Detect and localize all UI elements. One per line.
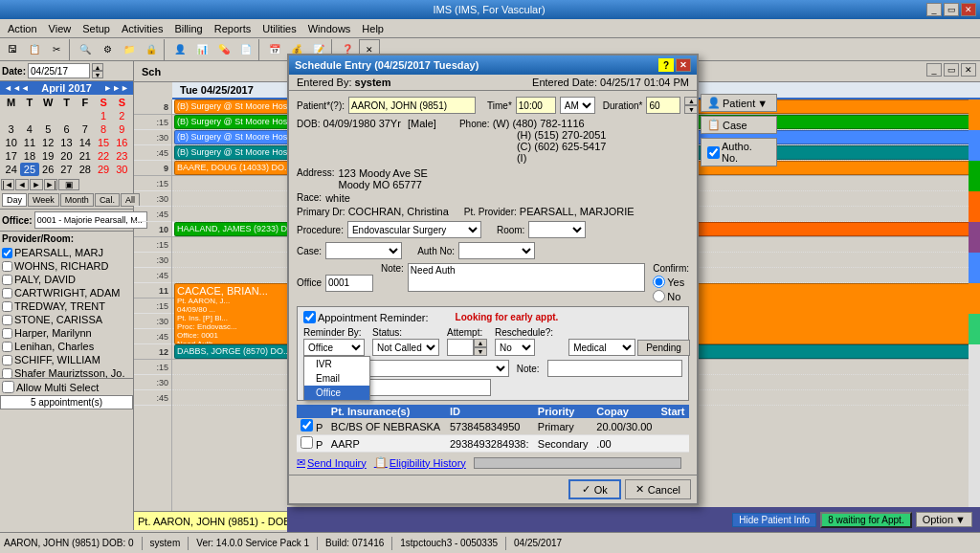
nav-next[interactable]: ►: [30, 179, 43, 190]
provider-wohns-check[interactable]: [2, 261, 12, 272]
attempt-spin-up[interactable]: ▲: [474, 339, 487, 347]
cal-day[interactable]: 20: [57, 149, 76, 163]
procedure-select[interactable]: Endovascular Surgery: [347, 221, 481, 238]
view-cal-btn[interactable]: Cal.: [95, 193, 120, 207]
confirm-yes-label[interactable]: Yes: [653, 276, 689, 288]
toolbar-btn-10[interactable]: 💊: [213, 39, 234, 60]
provider-tredway[interactable]: TREDWAY, TRENT: [2, 299, 131, 313]
menu-action[interactable]: Action: [2, 21, 43, 36]
cal-day[interactable]: 17: [2, 149, 20, 163]
menu-reports[interactable]: Reports: [209, 21, 257, 36]
toolbar-btn-7[interactable]: 🔒: [141, 39, 162, 60]
cal-day[interactable]: 8: [94, 122, 112, 136]
cal-next-year[interactable]: ►►: [112, 83, 129, 93]
horizontal-scrollbar[interactable]: [474, 457, 681, 469]
reminder-checkbox[interactable]: [303, 311, 316, 323]
allow-multi-check[interactable]: [2, 381, 14, 393]
hide-patient-btn[interactable]: Hide Patient Info: [732, 513, 816, 527]
cal-day[interactable]: [57, 109, 76, 122]
provider-harper-check[interactable]: [2, 328, 12, 339]
duration-spin-down[interactable]: ▼: [684, 105, 698, 114]
patient-btn[interactable]: 👤 Patient ▼: [701, 94, 777, 112]
provider-pearsall-check[interactable]: [2, 248, 12, 258]
view-month-btn[interactable]: Month: [60, 193, 94, 207]
status-select[interactable]: Not Called: [372, 339, 439, 356]
dropdown-office[interactable]: Office: [304, 386, 369, 400]
sched-restore[interactable]: ▭: [944, 63, 959, 77]
toolbar-btn-6[interactable]: 📁: [119, 39, 140, 60]
date-spin-up[interactable]: ▲: [92, 63, 103, 71]
menu-setup[interactable]: Setup: [77, 21, 116, 36]
cal-day[interactable]: 15: [94, 136, 112, 149]
nav-last[interactable]: ►|: [44, 179, 57, 190]
menu-utilities[interactable]: Utilities: [256, 21, 301, 36]
provider-harper[interactable]: Harper, Marilynn: [2, 326, 131, 340]
cal-day[interactable]: 9: [113, 122, 131, 136]
note-textarea[interactable]: Need Auth: [408, 263, 645, 292]
provider-schiff-check[interactable]: [2, 355, 12, 365]
toolbar-btn-8[interactable]: 👤: [169, 39, 190, 60]
duration-input[interactable]: [646, 97, 680, 114]
toolbar-btn-4[interactable]: 🔍: [75, 39, 96, 60]
cal-day[interactable]: 16: [113, 136, 131, 149]
duration-spin-up[interactable]: ▲: [684, 97, 698, 105]
ref-dr-input[interactable]: [357, 379, 491, 396]
insurance-select[interactable]: [356, 360, 509, 377]
ins-row1-check[interactable]: [301, 419, 313, 431]
send-inquiry-link[interactable]: ✉ Send Inquiry: [297, 456, 367, 469]
provider-stone-check[interactable]: [2, 315, 12, 325]
cal-day[interactable]: 1: [94, 109, 112, 122]
insurance-note-input[interactable]: [547, 360, 682, 377]
nav-first[interactable]: |◄: [1, 179, 14, 190]
confirm-no-radio[interactable]: [653, 290, 665, 302]
cal-day[interactable]: 19: [39, 149, 57, 163]
cal-prev-year[interactable]: ◄◄: [4, 83, 21, 93]
provider-shafer-check[interactable]: [2, 368, 12, 379]
provider-tredway-check[interactable]: [2, 301, 12, 312]
reminder-by-select[interactable]: Office IVR Email: [303, 339, 365, 356]
date-input[interactable]: [28, 63, 90, 78]
auth-select[interactable]: [458, 242, 535, 259]
confirm-yes-radio[interactable]: [653, 276, 665, 288]
room-select[interactable]: [528, 221, 586, 238]
ok-button[interactable]: ✓ Ok: [568, 479, 621, 499]
waiting-badge[interactable]: 8 waiting for Appt.: [820, 512, 912, 528]
office-value-input[interactable]: [34, 211, 147, 229]
cancel-button[interactable]: ✕ Cancel: [625, 479, 691, 499]
cal-day[interactable]: 24: [2, 163, 20, 176]
cal-day[interactable]: 18: [20, 149, 38, 163]
office-input[interactable]: [325, 275, 373, 292]
toolbar-btn-12[interactable]: 📅: [264, 39, 285, 60]
modal-close-btn[interactable]: ✕: [676, 58, 691, 72]
provider-pearsall[interactable]: PEARSALL, MARJ: [2, 246, 131, 259]
toolbar-btn-3[interactable]: ✂: [46, 39, 67, 60]
ins-row2-check[interactable]: [301, 436, 313, 449]
cal-day[interactable]: 14: [76, 136, 94, 149]
cal-day[interactable]: 22: [94, 149, 112, 163]
confirm-no-label[interactable]: No: [653, 290, 689, 302]
toolbar-btn-5[interactable]: ⚙: [97, 39, 118, 60]
cal-day[interactable]: [20, 109, 38, 122]
nav-prev[interactable]: ◄: [15, 179, 29, 190]
attempt-spin-down[interactable]: ▼: [474, 347, 487, 356]
provider-lenihan-check[interactable]: [2, 342, 12, 352]
provider-paly-check[interactable]: [2, 275, 12, 285]
menu-view[interactable]: View: [43, 21, 78, 36]
cal-day[interactable]: 13: [57, 136, 76, 149]
view-day-btn[interactable]: Day: [2, 193, 27, 207]
autho-check[interactable]: [707, 146, 720, 159]
nav-today[interactable]: ▣: [58, 179, 79, 190]
toolbar-btn-9[interactable]: 📊: [191, 39, 212, 60]
insurance-type-select[interactable]: Medical: [568, 339, 635, 356]
cal-day[interactable]: [2, 109, 20, 122]
minimize-button[interactable]: _: [926, 3, 942, 16]
cal-day[interactable]: 26: [39, 163, 57, 176]
sched-close[interactable]: ✕: [961, 63, 976, 77]
cal-day[interactable]: 21: [76, 149, 94, 163]
reschedule-select[interactable]: No Yes: [495, 339, 535, 356]
cal-day[interactable]: 7: [76, 122, 94, 136]
cal-day[interactable]: [39, 109, 57, 122]
dropdown-ivr[interactable]: IVR: [304, 357, 369, 371]
autho-btn[interactable]: Autho. No.: [701, 138, 777, 166]
date-spin-down[interactable]: ▼: [92, 71, 103, 78]
